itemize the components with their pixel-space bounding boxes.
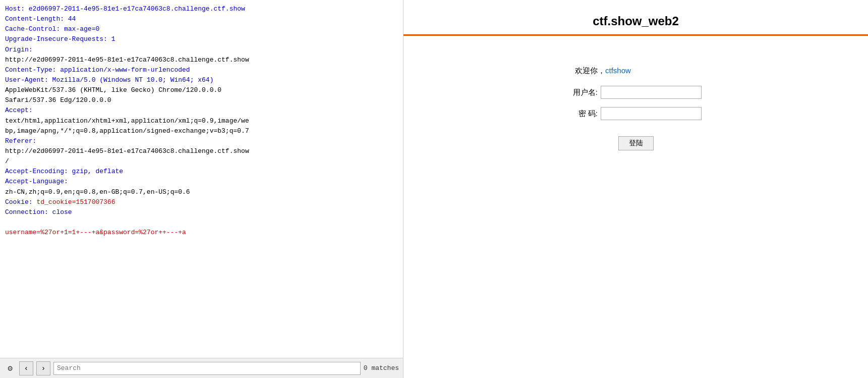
username-row: 用户名:: [570, 86, 702, 99]
referer-slash-line: /: [5, 156, 398, 167]
password-row: 密 码:: [570, 107, 702, 120]
referer-label-line: Referer:: [5, 136, 398, 146]
accept-encoding-line: Accept-Encoding: gzip, deflate: [5, 167, 398, 177]
accept-label-line: Accept:: [5, 105, 398, 116]
user-agent-line: User-Agent: Mozilla/5.0 (Windows NT 10.0…: [5, 75, 398, 85]
bottom-toolbar: ⚙ ‹ › 0 matches: [0, 358, 403, 378]
login-form: 欢迎你，ctfshow 用户名: 密 码: 登陆: [570, 66, 702, 150]
matches-label: 0 matches: [364, 364, 399, 372]
upgrade-insecure-line: Upgrade-Insecure-Requests: 1: [5, 34, 398, 44]
page-title: ctf.show_web2: [593, 14, 679, 28]
origin-label-line: Origin:: [5, 45, 398, 55]
cookie-value: td_cookie=1517007366: [36, 198, 115, 206]
host-line: Host: e2d06997-2011-4e95-81e1-e17ca74063…: [5, 4, 398, 14]
accept-value1-line: text/html,application/xhtml+xml,applicat…: [5, 116, 398, 126]
cache-control-line: Cache-Control: max-age=0: [5, 24, 398, 34]
webkit-line: AppleWebKit/537.36 (KHTML, like Gecko) C…: [5, 85, 398, 95]
origin-value-line: http://e2d06997-2011-4e95-81e1-e17ca7406…: [5, 55, 398, 65]
search-input[interactable]: [53, 362, 361, 375]
password-label: 密 码:: [570, 109, 598, 119]
right-header: ctf.show_web2: [403, 10, 868, 36]
back-button[interactable]: ‹: [19, 361, 33, 375]
right-panel: ctf.show_web2 欢迎你，ctfshow 用户名: 密 码: 登陆: [403, 0, 868, 378]
username-input[interactable]: [601, 86, 702, 99]
welcome-message: 欢迎你，ctfshow: [575, 66, 631, 76]
username-label: 用户名:: [570, 88, 598, 97]
welcome-prefix: 欢迎你，: [575, 66, 605, 75]
content-length-line: Content-Length: 44: [5, 14, 398, 24]
cookie-label: Cookie:: [5, 198, 36, 206]
forward-button[interactable]: ›: [36, 361, 50, 375]
payload-line: username=%27or+1=1+---+a&password=%27or+…: [5, 228, 398, 238]
accept-language-value-line: zh-CN,zh;q=0.9,en;q=0.8,en-GB;q=0.7,en-U…: [5, 187, 398, 197]
settings-icon[interactable]: ⚙: [4, 362, 16, 374]
username-display: ctfshow: [605, 66, 631, 75]
login-button[interactable]: 登陆: [618, 136, 654, 150]
left-panel: Host: e2d06997-2011-4e95-81e1-e17ca74063…: [0, 0, 403, 378]
accept-value2-line: bp,image/apng,*/*;q=0.8,application/sign…: [5, 126, 398, 136]
connection-line: Connection: close: [5, 207, 398, 218]
accept-language-label-line: Accept-Language:: [5, 177, 398, 187]
safari-line: Safari/537.36 Edg/120.0.0.0: [5, 95, 398, 105]
cookie-line: Cookie: td_cookie=1517007366: [5, 197, 398, 207]
request-content: Host: e2d06997-2011-4e95-81e1-e17ca74063…: [0, 0, 403, 358]
content-type-line: Content-Type: application/x-www-form-url…: [5, 65, 398, 75]
referer-value-line: http://e2d06997-2011-4e95-81e1-e17ca7406…: [5, 146, 398, 156]
password-input[interactable]: [601, 107, 702, 120]
